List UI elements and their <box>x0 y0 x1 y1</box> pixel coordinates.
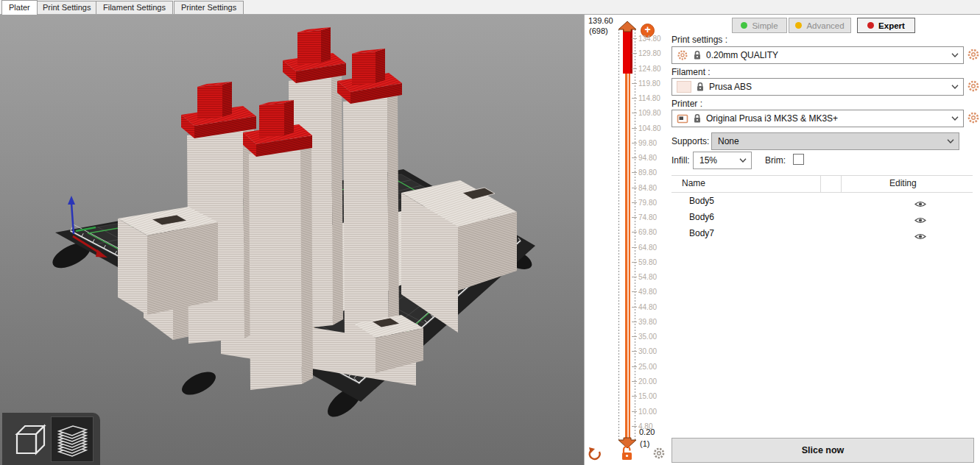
slider-tick-mark <box>632 188 637 188</box>
viewport-3d[interactable]: ORIGINAL PRUSA i3 MK3 by Josef Prusa <box>0 0 584 465</box>
eye-icon <box>914 200 926 208</box>
object-name: Body5 <box>689 196 714 206</box>
scene-3d: ORIGINAL PRUSA i3 MK3 by Josef Prusa <box>0 0 584 465</box>
slider-tick-label: 79.80 <box>638 199 657 207</box>
lock-icon <box>696 82 705 92</box>
slider-tick-label: 89.80 <box>638 168 657 177</box>
main-tab-bar: Plater Print Settings Filament Settings … <box>0 0 980 15</box>
slider-tick-mark <box>632 366 637 367</box>
slider-tick-label: 30.00 <box>638 347 657 355</box>
slider-tick-label: 104.80 <box>638 124 661 132</box>
slider-settings-gear-icon[interactable] <box>652 447 666 460</box>
slider-bottom-layer: (1) <box>640 439 649 448</box>
gear-icon <box>967 111 980 124</box>
editor-view-button[interactable] <box>7 416 48 461</box>
slider-tick-mark <box>632 381 637 382</box>
table-row[interactable]: Body5 <box>671 194 973 210</box>
mode-simple-button[interactable]: Simple <box>732 18 787 33</box>
slider-tick-label: 49.80 <box>638 288 657 296</box>
supports-select[interactable]: None <box>711 132 959 150</box>
infill-select[interactable]: 15% <box>693 152 752 169</box>
eye-icon <box>914 216 926 224</box>
object-name: Body6 <box>689 212 714 222</box>
slider-tick-label: 69.80 <box>638 228 657 236</box>
mode-expert-button[interactable]: Expert <box>857 18 915 33</box>
chevron-down-icon <box>739 158 747 163</box>
slider-tick-label: 59.80 <box>638 258 657 266</box>
tab-plater[interactable]: Plater <box>1 0 38 15</box>
print-settings-combo[interactable]: 0.20mm QUALITY <box>671 46 964 64</box>
table-header-underline <box>671 192 973 193</box>
slider-tick-label: 94.80 <box>638 154 657 162</box>
mode-advanced-label: Advanced <box>806 21 844 30</box>
slider-tick-mark <box>632 98 637 99</box>
slider-tick-label: 124.80 <box>638 65 661 73</box>
slider-tick-label: 54.80 <box>638 273 657 281</box>
printer-value: Original Prusa i3 MK3S & MK3S+ <box>706 113 947 124</box>
slider-tick-mark <box>632 143 637 143</box>
slider-tick-mark <box>632 157 637 158</box>
supports-label: Supports: <box>671 136 709 146</box>
slider-track-center <box>627 74 629 439</box>
tab-filament-settings[interactable]: Filament Settings <box>96 1 173 14</box>
slider-tick-mark <box>632 38 637 39</box>
slider-tick-mark <box>632 128 637 129</box>
undo-icon[interactable] <box>588 446 602 461</box>
tab-printer-settings[interactable]: Printer Settings <box>174 1 244 14</box>
right-sidebar: 139.60 (698) + 134.80129.80124.80119.801… <box>584 0 980 465</box>
prusaslicer-window: ORIGINAL PRUSA i3 MK3 by Josef Prusa <box>0 0 980 465</box>
unlock-icon[interactable] <box>620 444 635 461</box>
slider-tick-label: 25.00 <box>638 363 657 371</box>
slider-handle-top[interactable] <box>617 20 638 32</box>
tab-print-settings[interactable]: Print Settings <box>35 1 98 14</box>
infill-value: 15% <box>699 155 717 166</box>
slider-tick-mark <box>632 217 637 218</box>
printer-icon <box>677 113 688 124</box>
mode-advanced-button[interactable]: Advanced <box>789 18 851 33</box>
brim-checkbox[interactable] <box>793 154 804 165</box>
cube-view-icon <box>7 416 48 461</box>
print-settings-gear-button[interactable] <box>967 48 980 61</box>
slider-tick-mark <box>632 277 637 277</box>
brim-label: Brim: <box>765 155 786 166</box>
slider-tick-label: 119.80 <box>638 79 660 88</box>
printer-gear-button[interactable] <box>967 111 980 124</box>
gear-icon <box>967 79 980 93</box>
slider-tick-mark <box>632 336 637 337</box>
chevron-down-icon <box>951 53 959 57</box>
slider-tick-mark <box>632 247 637 248</box>
table-row[interactable]: Body6 <box>671 210 973 226</box>
supports-value: None <box>718 136 739 146</box>
slider-tick-mark <box>632 68 637 69</box>
slider-tickline-right <box>635 29 635 440</box>
printer-label: Printer : <box>671 99 702 109</box>
slider-tick-mark <box>632 426 637 427</box>
slider-tickline-left <box>618 29 619 440</box>
slider-tick-label: 20.00 <box>638 377 657 386</box>
slider-tick-mark <box>632 202 637 203</box>
chevron-down-icon <box>951 116 959 121</box>
slider-tick-label: 35.00 <box>638 333 657 341</box>
chevron-down-icon <box>951 85 959 89</box>
profile-gear-icon <box>677 49 688 61</box>
filament-value: Prusa ABS <box>709 82 947 92</box>
chevron-down-icon <box>947 139 954 143</box>
gear-icon <box>967 48 980 61</box>
table-row[interactable]: Body7 <box>671 226 973 242</box>
slider-tick-label: 109.80 <box>638 109 661 117</box>
slider-tick-label: 10.00 <box>638 408 657 416</box>
eye-icon <box>914 232 926 241</box>
toggle-visibility-button[interactable] <box>914 230 926 244</box>
table-top-border <box>671 175 973 176</box>
slider-tick-label: 74.80 <box>638 213 657 221</box>
slider-tick-mark <box>632 396 637 397</box>
table-header-name: Name <box>682 178 705 188</box>
slider-tick-label: 39.80 <box>638 318 657 326</box>
table-column-divider <box>841 175 842 192</box>
filament-gear-button[interactable] <box>967 79 980 93</box>
slider-tick-mark <box>632 232 637 232</box>
filament-combo[interactable]: Prusa ABS <box>671 78 964 96</box>
slice-now-button[interactable]: Slice now <box>671 438 974 463</box>
printer-combo[interactable]: Original Prusa i3 MK3S & MK3S+ <box>671 110 964 127</box>
preview-view-button[interactable] <box>51 416 94 462</box>
